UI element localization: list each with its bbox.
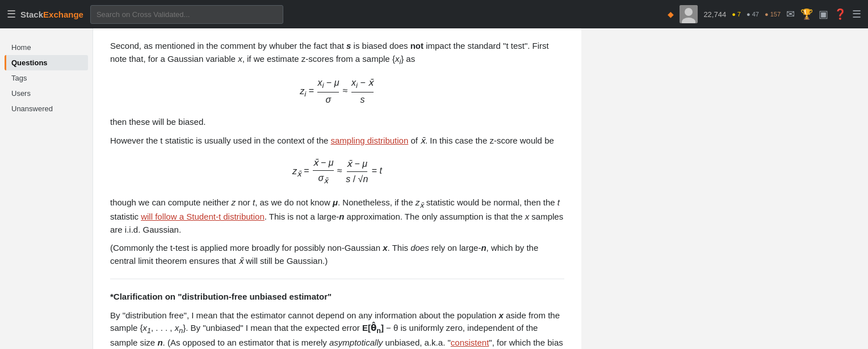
var-xbar2: x̄	[238, 256, 244, 266]
frac-2: xi − x̄ s	[351, 76, 374, 107]
sidebar-item-users[interactable]: Users	[5, 86, 88, 101]
student-t-link[interactable]: will follow a Student-t distribution	[141, 212, 265, 221]
help-icon[interactable]: ❓	[834, 8, 846, 20]
search-bar[interactable]	[90, 5, 283, 24]
clarification-title: *Clarification on "distribution-free unb…	[110, 291, 564, 304]
var-x2: x	[525, 212, 530, 221]
logo-stack: Stack	[20, 10, 43, 19]
var-n3: n	[157, 338, 162, 347]
sidebar-item-home[interactable]: Home	[5, 40, 88, 55]
paragraph-compute: though we can compute neither z nor t, a…	[110, 196, 564, 237]
sidebar-item-unanswered[interactable]: Unanswered	[5, 101, 88, 116]
reputation: 22,744	[703, 10, 726, 19]
badge-silver: ● 47	[747, 11, 759, 18]
var-n2: n	[481, 243, 486, 253]
frac-1: xi − μ σ	[317, 76, 339, 107]
sidebar-nav: Home Questions Tags Users Unanswered	[0, 40, 93, 116]
formula-zxbar: zx̄ = x̄ − μ σx̄ ≈ x̄ − μ s / √n = t	[110, 156, 564, 187]
var-xi: xi	[395, 54, 401, 64]
sidebar-item-tags[interactable]: Tags	[5, 70, 88, 86]
var-z: z	[231, 197, 236, 207]
badge-bronze: ● 157	[765, 11, 781, 18]
var-E: E[θ̂n]	[362, 323, 384, 333]
paragraph-biased: Second, as mentioned in the comment by w…	[110, 40, 564, 67]
topbar: ☰ StackExchange ◆ 22,744 ● 7 ● 47 ● 157 …	[0, 0, 868, 28]
section-divider	[110, 279, 564, 279]
var-mu: μ	[333, 197, 338, 207]
sampling-distribution-link[interactable]: sampling distribution	[331, 136, 409, 145]
var-x4: x	[498, 310, 503, 320]
topbar-right: ◆ 22,744 ● 7 ● 47 ● 157 ✉ 🏆 ▣ ❓ ☰	[668, 5, 861, 23]
frac-4: x̄ − μ s / √n	[346, 157, 368, 186]
var-s: s	[346, 41, 351, 51]
frac-3: x̄ − μ σx̄	[313, 156, 333, 187]
hamburger-icon[interactable]: ☰	[7, 8, 16, 20]
var-t2: t	[557, 197, 560, 207]
svg-point-1	[685, 8, 693, 16]
var-x3: x	[383, 243, 387, 253]
word-does: does	[410, 243, 429, 253]
badge-gold: ● 7	[732, 11, 741, 18]
inbox-icon[interactable]: ✉	[786, 8, 795, 20]
search-input[interactable]	[97, 10, 277, 19]
paragraph-biased2: then these will be biased.	[110, 116, 564, 129]
avatar[interactable]	[680, 5, 698, 23]
var-x1: x1	[143, 323, 151, 333]
diamond-icon: ◆	[668, 10, 674, 19]
site-logo[interactable]: StackExchange	[20, 10, 83, 19]
sidebar: Home Questions Tags Users Unanswered	[0, 28, 93, 349]
var-x: x	[238, 54, 242, 64]
formula-zi: zi = xi − μ σ ≈ xi − x̄ s	[110, 76, 564, 107]
var-zx: zx̄	[416, 197, 424, 207]
xbar-var: x̄	[420, 136, 425, 145]
main-content: Second, as mentioned in the comment by w…	[93, 28, 581, 349]
trophy-icon[interactable]: 🏆	[800, 8, 813, 20]
var-t: t	[253, 197, 255, 207]
sidebar-item-questions[interactable]: Questions	[5, 55, 88, 70]
menu-icon[interactable]: ☰	[852, 8, 861, 20]
paragraph-sampling: However the t statistic is usually used …	[110, 134, 564, 148]
word-not: not	[410, 41, 423, 51]
consistent-link[interactable]: consistent	[451, 338, 489, 347]
logo-exchange: Exchange	[43, 10, 83, 19]
word-asymptotically: asymptotically	[329, 338, 383, 347]
page-layout: Home Questions Tags Users Unanswered Sec…	[0, 28, 868, 349]
review-icon[interactable]: ▣	[819, 8, 828, 20]
paragraph-distfree: By "distribution free", I mean that the …	[110, 309, 564, 349]
paragraph-parenthetical: (Commonly the t-test is applied more bro…	[110, 242, 564, 267]
var-n: n	[339, 212, 344, 221]
var-xn: xn	[175, 323, 183, 333]
